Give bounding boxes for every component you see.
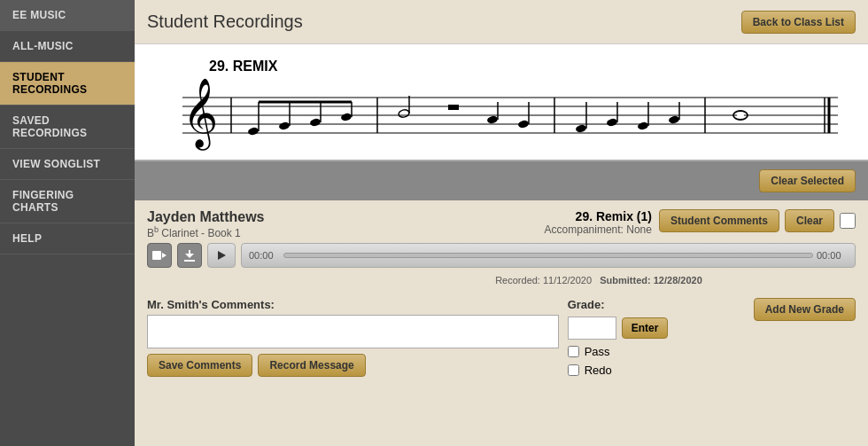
svg-point-29 [637,121,649,131]
recording-title-area: 29. Remix (1) Accompaniment: None [399,209,652,236]
grade-row: Enter [568,317,745,340]
comments-label: Mr. Smith's Comments: [147,298,559,311]
grade-section: Grade: Enter Pass Redo [568,298,745,377]
grade-input[interactable] [568,317,616,340]
time-end: 00:00 [817,250,848,261]
pass-label: Pass [585,345,610,358]
save-comments-button[interactable]: Save Comments [147,354,252,377]
music-score: 29. REMIX 𝄞 [152,53,850,151]
svg-rect-39 [152,251,161,260]
song-title: 29. Remix (1) [399,209,652,223]
student-comments-button[interactable]: Student Comments [659,209,779,232]
svg-point-31 [668,115,680,125]
svg-point-10 [278,121,291,131]
sidebar-item-help[interactable]: HELP [0,223,135,254]
progress-bar[interactable] [283,253,813,258]
recording-checkbox[interactable] [840,213,856,229]
svg-point-25 [575,124,587,134]
svg-rect-19 [448,105,459,110]
comments-textarea[interactable] [147,315,559,348]
bottom-section: Mr. Smith's Comments: Save Comments Reco… [147,298,856,437]
recording-top: Jayden Matthews Bb Clarinet - Book 1 29.… [147,209,856,291]
sidebar-item-student-recordings[interactable]: STUDENT RECORDINGS [0,62,135,106]
svg-point-22 [517,120,530,129]
sidebar-item-saved-recordings[interactable]: SAVED RECORDINGS [0,106,135,149]
time-start: 00:00 [249,250,280,261]
sidebar-item-view-songlist[interactable]: VIEW SONGLIST [0,149,135,180]
svg-marker-42 [218,251,226,260]
page-title: Student Recordings [147,12,303,32]
right-actions: Student Comments Clear [659,209,856,232]
right-top-buttons: Student Comments Clear [659,209,856,232]
svg-rect-41 [184,260,195,262]
clear-button[interactable]: Clear [785,209,834,232]
record-message-button[interactable]: Record Message [258,354,365,377]
gray-bar: Clear Selected [135,161,868,200]
svg-marker-40 [162,253,167,258]
svg-point-17 [398,109,410,119]
sidebar: EE MUSIC ALL-MUSIC STUDENT RECORDINGS SA… [0,0,135,446]
video-icon[interactable] [147,243,172,268]
clear-selected-button[interactable]: Clear Selected [759,169,856,192]
student-name: Jayden Matthews [147,209,399,225]
svg-text:𝄞: 𝄞 [182,78,218,151]
add-new-grade-button[interactable]: Add New Grade [754,298,856,321]
pass-row: Pass [568,345,745,358]
play-button[interactable] [207,243,236,268]
header: Student Recordings Back to Class List [135,0,868,44]
audio-controls-row: 00:00 00:00 [147,243,856,268]
svg-point-20 [486,115,499,125]
enter-button[interactable]: Enter [622,317,669,339]
comments-buttons: Save Comments Record Message [147,354,559,377]
student-instrument: Bb Clarinet - Book 1 [147,225,399,239]
score-area: 29. REMIX 𝄞 [135,44,868,161]
svg-point-27 [606,118,618,128]
accompaniment: Accompaniment: None [399,223,652,236]
main-content: Student Recordings Back to Class List 29… [135,0,868,446]
comments-section: Mr. Smith's Comments: Save Comments Reco… [147,298,559,377]
student-info: Jayden Matthews Bb Clarinet - Book 1 [147,209,399,239]
svg-text:29.  REMIX: 29. REMIX [209,59,278,74]
svg-point-14 [340,113,353,122]
svg-point-35 [737,113,744,118]
svg-point-8 [247,127,260,137]
sidebar-item-all-music[interactable]: ALL-MUSIC [0,31,135,62]
redo-checkbox[interactable] [568,364,579,376]
back-to-class-list-button[interactable]: Back to Class List [741,11,856,34]
sidebar-item-ee-music[interactable]: EE MUSIC [0,0,135,31]
sidebar-item-fingering-charts[interactable]: FINGERING CHARTS [0,180,135,223]
recorded-info: Recorded: 11/12/2020 Submitted: 12/28/20… [342,275,856,286]
svg-point-12 [309,118,322,128]
grade-label: Grade: [568,298,745,311]
redo-label: Redo [585,364,612,377]
redo-row: Redo [568,364,745,377]
pass-checkbox[interactable] [568,346,579,357]
audio-player: 00:00 00:00 [241,243,856,268]
download-icon[interactable] [177,243,202,268]
recording-entry: Jayden Matthews Bb Clarinet - Book 1 29.… [135,200,868,446]
